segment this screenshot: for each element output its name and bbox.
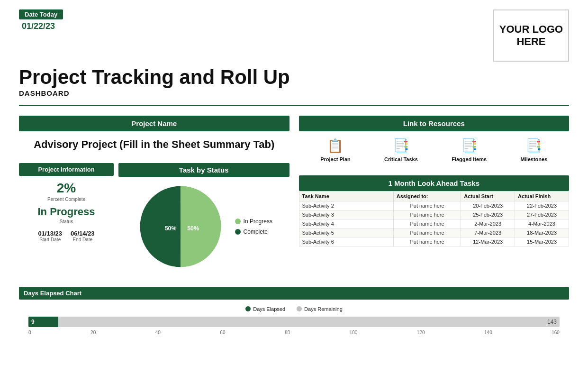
resources-header: Link to Resources [299, 116, 570, 131]
assigned-cell: Put name here [393, 201, 461, 210]
col-task-name: Task Name [299, 191, 393, 201]
bar-filled: 9 [28, 317, 58, 327]
task-name-cell: Sub-Activity 2 [299, 201, 393, 210]
days-elapsed-body: Days Elapsed Days Remaining 9 143 020406… [19, 300, 569, 336]
dates-row: 01/13/23 Start Date 06/14/23 End Date [38, 230, 94, 242]
task-status-body: 50% 50% In Progress Complete [118, 177, 289, 276]
legend-in-progress: In Progress [235, 218, 272, 225]
legend-complete: Complete [235, 228, 272, 235]
legend-days-remaining: Days Remaining [297, 306, 343, 312]
in-progress-dot [235, 219, 241, 224]
table-row: Sub-Activity 2 Put name here 20-Feb-2023… [299, 201, 569, 210]
finish-date-cell: 18-Mar-2023 [515, 228, 569, 237]
status-value: In Progress [37, 206, 95, 218]
divider [19, 105, 569, 106]
end-date-label: End Date [71, 237, 95, 242]
left-column: Project Name Advisory Project (Fill in t… [19, 116, 289, 276]
axis-label: 140 [484, 330, 492, 335]
col-assigned: Assigned to: [393, 191, 461, 201]
task-status-header: Task by Status [118, 163, 289, 177]
assigned-cell: Put name here [393, 237, 461, 246]
title-section: Project Tracking and Roll Up DASHBOARD [19, 66, 569, 97]
task-name-cell: Sub-Activity 4 [299, 219, 393, 228]
chart-legend: Days Elapsed Days Remaining [24, 306, 564, 312]
axis-label: 0 [28, 330, 31, 335]
pie-chart-svg: 50% 50% [136, 182, 226, 272]
task-status-column: Task by Status [118, 163, 289, 276]
legend-days-elapsed: Days Elapsed [245, 306, 285, 312]
date-today-badge: Date Today [19, 9, 63, 19]
start-date-value: 01/13/23 [38, 230, 62, 237]
resource-flagged-items[interactable]: 📑 Flagged Items [452, 138, 487, 162]
milestones-icon: 📑 [525, 138, 542, 154]
critical-tasks-icon: 📑 [393, 138, 409, 154]
days-elapsed-header: Days Elapsed Chart [19, 287, 569, 300]
main-title: Project Tracking and Roll Up [19, 66, 569, 88]
finish-date-cell: 27-Feb-2023 [515, 210, 569, 219]
assigned-cell: Put name here [393, 219, 461, 228]
elapsed-label: Days Elapsed [253, 306, 285, 312]
project-plan-label: Project Plan [320, 156, 351, 162]
date-value: 01/22/23 [19, 21, 63, 31]
days-elapsed-section: Days Elapsed Chart Days Elapsed Days Rem… [19, 287, 569, 336]
finish-date-cell: 22-Feb-2023 [515, 201, 569, 210]
percent-complete-label: Percent Complete [47, 197, 85, 202]
milestones-label: Milestones [520, 156, 547, 162]
task-name-cell: Sub-Activity 3 [299, 210, 393, 219]
resource-project-plan[interactable]: 📋 Project Plan [320, 138, 351, 162]
start-date-cell: 2-Mar-2023 [461, 219, 515, 228]
status-label: Status [60, 219, 73, 224]
project-plan-icon: 📋 [327, 138, 344, 154]
start-date-cell: 20-Feb-2023 [461, 201, 515, 210]
resource-critical-tasks[interactable]: 📑 Critical Tasks [384, 138, 418, 162]
critical-tasks-label: Critical Tasks [384, 156, 418, 162]
start-date-item: 01/13/23 Start Date [38, 230, 62, 242]
project-name-section: Project Name Advisory Project (Fill in t… [19, 116, 289, 158]
header: Date Today 01/22/23 YOUR LOGOHERE [19, 9, 569, 62]
axis-label: 40 [155, 330, 161, 335]
date-section: Date Today 01/22/23 [19, 9, 63, 31]
project-info-header: Project Information [19, 163, 114, 176]
lookahead-header: 1 Month Look Ahead Tasks [299, 175, 570, 191]
sub-title: DASHBOARD [19, 89, 569, 97]
table-row: Sub-Activity 6 Put name here 12-Mar-2023… [299, 237, 569, 246]
start-date-label: Start Date [38, 237, 62, 242]
project-name-value: Advisory Project (Fill in the Sheet Summ… [19, 131, 289, 158]
finish-date-cell: 15-Mar-2023 [515, 237, 569, 246]
resources-icons: 📋 Project Plan 📑 Critical Tasks 📑 Flagge… [299, 131, 570, 169]
percent-complete-value: 2% [57, 181, 76, 196]
table-row: Sub-Activity 4 Put name here 2-Mar-2023 … [299, 219, 569, 228]
resource-milestones[interactable]: 📑 Milestones [520, 138, 547, 162]
end-date-item: 06/14/23 End Date [71, 230, 95, 242]
bar-axis: 020406080100120140160 [28, 329, 560, 336]
table-row: Sub-Activity 3 Put name here 25-Feb-2023… [299, 210, 569, 219]
resources-section: Link to Resources 📋 Project Plan 📑 Criti… [299, 116, 570, 169]
elapsed-dot [245, 306, 251, 311]
pie-chart: 50% 50% [136, 182, 226, 272]
col-actual-finish: Actual Finish [515, 191, 569, 201]
task-name-cell: Sub-Activity 5 [299, 228, 393, 237]
remaining-dot [297, 306, 302, 311]
bar-track: 9 143 [28, 317, 560, 327]
axis-label: 100 [350, 330, 358, 335]
project-info-column: Project Information 2% Percent Complete … [19, 163, 114, 276]
right-column: Link to Resources 📋 Project Plan 📑 Criti… [299, 116, 570, 276]
start-date-cell: 25-Feb-2023 [461, 210, 515, 219]
project-name-header: Project Name [19, 116, 289, 131]
bar-remaining-number: 143 [547, 319, 557, 325]
axis-label: 120 [417, 330, 425, 335]
lookahead-section: 1 Month Look Ahead Tasks Task Name Assig… [299, 175, 570, 246]
task-name-cell: Sub-Activity 6 [299, 237, 393, 246]
info-task-row: Project Information 2% Percent Complete … [19, 163, 289, 276]
axis-label: 20 [90, 330, 96, 335]
remaining-label: Days Remaining [304, 306, 343, 312]
main-grid: Project Name Advisory Project (Fill in t… [19, 116, 569, 276]
table-row: Sub-Activity 5 Put name here 7-Mar-2023 … [299, 228, 569, 237]
finish-date-cell: 4-Mar-2023 [515, 219, 569, 228]
end-date-value: 06/14/23 [71, 230, 95, 237]
assigned-cell: Put name here [393, 228, 461, 237]
col-actual-start: Actual Start [461, 191, 515, 201]
project-info-body: 2% Percent Complete In Progress Status 0… [19, 176, 114, 247]
axis-label: 80 [285, 330, 290, 335]
flagged-items-label: Flagged Items [452, 156, 487, 162]
